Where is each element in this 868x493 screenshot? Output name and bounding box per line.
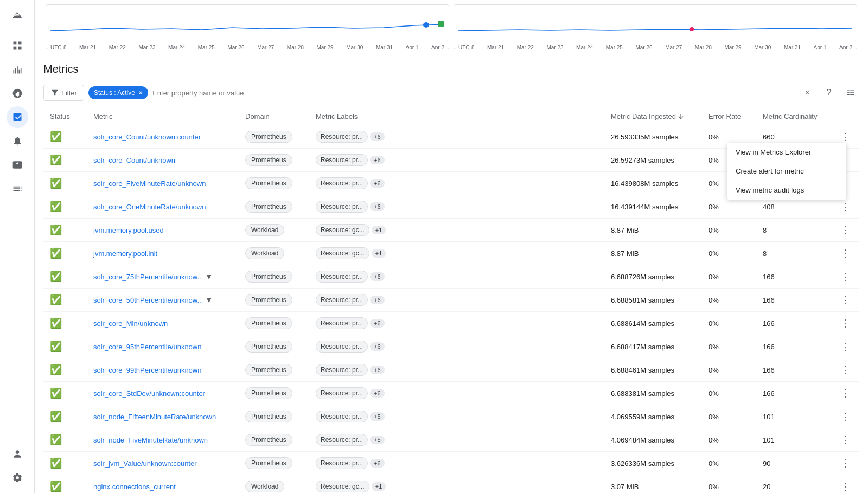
chart-label-mar31: Mar 31 bbox=[376, 44, 393, 49]
label-chip[interactable]: Resource: pr... bbox=[316, 411, 368, 422]
cell-data-ingested: 6.688381M samples bbox=[604, 382, 702, 405]
chart-label-mar29: Mar 29 bbox=[317, 44, 334, 49]
alerts-icon[interactable] bbox=[7, 130, 28, 152]
label-chip[interactable]: Resource: pr... bbox=[316, 341, 368, 353]
more-actions-button[interactable]: ⋮ bbox=[839, 338, 853, 355]
th-cardinality: Metric Cardinality bbox=[756, 108, 832, 125]
cell-error-rate: 0% bbox=[702, 428, 756, 452]
label-chip[interactable]: Resource: pr... bbox=[316, 457, 368, 469]
chip-close-button[interactable]: × bbox=[138, 88, 143, 97]
label-chip[interactable]: Resource: gc... bbox=[316, 247, 369, 259]
more-actions-button[interactable]: ⋮ bbox=[839, 385, 853, 401]
menu-item-view-explorer[interactable]: View in Metrics Explorer bbox=[727, 143, 846, 162]
label-count-badge[interactable]: +1 bbox=[372, 482, 386, 491]
logs-icon[interactable] bbox=[7, 178, 28, 200]
table-row: ✅jvm.memory.pool.initWorkloadResource: g… bbox=[43, 242, 859, 265]
cell-domain: Prometheus bbox=[239, 335, 309, 358]
label-chip[interactable]: Resource: pr... bbox=[316, 131, 368, 143]
metric-name: solr_core_75thPercentile/unknow... bbox=[93, 273, 203, 281]
label-count-badge[interactable]: +6 bbox=[370, 459, 385, 468]
cell-cardinality: 166 bbox=[756, 289, 832, 312]
label-count-badge[interactable]: +6 bbox=[370, 132, 385, 141]
cell-more-actions: ⋮ bbox=[832, 219, 859, 242]
more-actions-button[interactable]: ⋮ bbox=[839, 362, 853, 378]
settings-icon[interactable] bbox=[7, 467, 28, 489]
label-count-badge[interactable]: +6 bbox=[370, 342, 385, 351]
cell-metric: solr_jvm_Value/unknown:counter bbox=[87, 452, 239, 475]
label-count-badge[interactable]: +6 bbox=[370, 296, 385, 304]
label-chip[interactable]: Resource: pr... bbox=[316, 294, 368, 306]
domain-chip: Workload bbox=[245, 481, 284, 492]
cell-labels: Resource: pr...+5 bbox=[309, 405, 604, 428]
table-row: ✅solr_core_95thPercentile/unknownPrometh… bbox=[43, 335, 859, 358]
more-actions-button[interactable]: ⋮ bbox=[839, 315, 853, 331]
more-actions-button[interactable]: ⋮ bbox=[839, 408, 853, 425]
label-count-badge[interactable]: +6 bbox=[370, 179, 385, 188]
cell-data-ingested: 6.688726M samples bbox=[604, 265, 702, 289]
domain-chip: Prometheus bbox=[245, 154, 292, 166]
label-chip[interactable]: Resource: pr... bbox=[316, 154, 368, 166]
cell-error-rate: 0% bbox=[702, 242, 756, 265]
filter-button[interactable]: Filter bbox=[43, 85, 84, 101]
more-actions-button[interactable]: ⋮ bbox=[839, 455, 853, 471]
more-actions-button[interactable]: ⋮ bbox=[839, 292, 853, 308]
label-chip[interactable]: Resource: pr... bbox=[316, 201, 368, 213]
label-count-badge[interactable]: +6 bbox=[370, 389, 385, 398]
label-count-badge[interactable]: +1 bbox=[372, 226, 386, 234]
svg-point-4 bbox=[423, 22, 429, 28]
label-chip[interactable]: Resource: pr... bbox=[316, 317, 368, 329]
cell-data-ingested: 6.688581M samples bbox=[604, 289, 702, 312]
explore-icon[interactable] bbox=[7, 82, 28, 104]
label-count-badge[interactable]: +6 bbox=[370, 202, 385, 211]
expand-icon[interactable]: ▼ bbox=[203, 272, 213, 281]
status-check-icon: ✅ bbox=[50, 458, 62, 469]
status-active-chip[interactable]: Status : Active × bbox=[88, 86, 148, 99]
label-chip[interactable]: Resource: pr... bbox=[316, 177, 368, 189]
cell-labels: Resource: pr...+6 bbox=[309, 452, 604, 475]
more-actions-button[interactable]: ⋮ bbox=[839, 222, 853, 238]
menu-item-audit-logs[interactable]: View metric audit logs bbox=[727, 181, 846, 200]
label-chip[interactable]: Resource: pr... bbox=[316, 364, 368, 376]
label-count-badge[interactable]: +1 bbox=[372, 249, 386, 258]
cell-data-ingested: 26.59273M samples bbox=[604, 149, 702, 172]
label-count-badge[interactable]: +5 bbox=[370, 436, 385, 444]
th-metric: Metric bbox=[87, 108, 239, 125]
services-icon[interactable] bbox=[7, 154, 28, 176]
domain-chip: Prometheus bbox=[245, 457, 292, 469]
filter-input[interactable] bbox=[152, 89, 794, 97]
label-count-badge[interactable]: +6 bbox=[370, 156, 385, 164]
cell-data-ingested: 4.069559M samples bbox=[604, 405, 702, 428]
chip-label: Status : Active bbox=[94, 89, 135, 97]
metrics-icon[interactable] bbox=[7, 106, 28, 128]
label-chip[interactable]: Resource: pr... bbox=[316, 271, 368, 283]
close-toolbar-button[interactable]: × bbox=[799, 84, 816, 101]
chart-label-apr2: Apr 2 bbox=[431, 44, 444, 49]
label-count-badge[interactable]: +6 bbox=[370, 272, 385, 281]
dashboard-icon[interactable] bbox=[7, 35, 28, 56]
label-count-badge[interactable]: +5 bbox=[370, 412, 385, 421]
label-chip[interactable]: Resource: gc... bbox=[316, 481, 369, 492]
label-count-badge[interactable]: +6 bbox=[370, 366, 385, 374]
label-count-badge[interactable]: +6 bbox=[370, 319, 385, 328]
more-actions-button[interactable]: ⋮ bbox=[839, 199, 853, 215]
more-actions-button[interactable]: ⋮ bbox=[839, 432, 853, 448]
label-chip[interactable]: Resource: pr... bbox=[316, 387, 368, 399]
cell-status: ✅ bbox=[43, 382, 87, 405]
profile-icon[interactable] bbox=[7, 443, 28, 465]
more-actions-button[interactable]: ⋮ bbox=[839, 268, 853, 285]
cell-cardinality: 8 bbox=[756, 219, 832, 242]
label-chip[interactable]: Resource: gc... bbox=[316, 224, 369, 236]
th-data-ingested[interactable]: Metric Data Ingested bbox=[604, 108, 702, 125]
expand-icon[interactable]: ▼ bbox=[203, 296, 213, 304]
more-actions-button[interactable]: ⋮ bbox=[839, 245, 853, 261]
label-chip[interactable]: Resource: pr... bbox=[316, 434, 368, 446]
cell-error-rate: 0% bbox=[702, 452, 756, 475]
menu-item-create-alert[interactable]: Create alert for metric bbox=[727, 162, 846, 181]
cell-cardinality: 101 bbox=[756, 405, 832, 428]
more-actions-button[interactable]: ⋮ bbox=[839, 478, 853, 493]
logo-icon[interactable]: ⛰ bbox=[7, 4, 28, 26]
cell-data-ingested: 6.688614M samples bbox=[604, 312, 702, 335]
columns-button[interactable] bbox=[842, 84, 859, 101]
help-button[interactable]: ? bbox=[820, 84, 838, 101]
chart-icon[interactable] bbox=[7, 59, 28, 80]
